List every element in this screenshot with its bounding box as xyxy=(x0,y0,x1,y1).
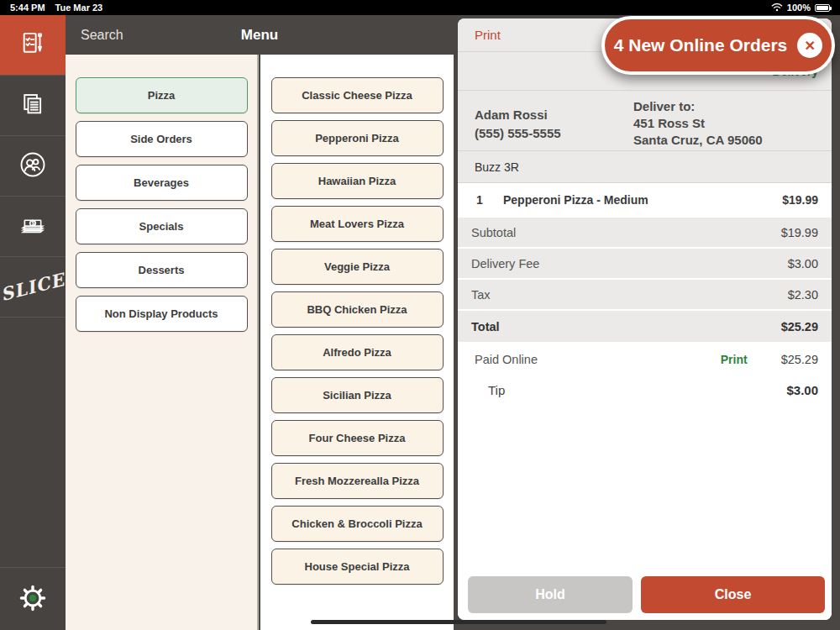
notification-text: 4 New Online Orders xyxy=(614,35,788,55)
menu-item-button-bbq-chicken-pizza[interactable]: BBQ Chicken Pizza xyxy=(271,291,444,328)
address-line1: 451 Ross St xyxy=(633,115,818,132)
menu-item-button-four-cheese-pizza[interactable]: Four Cheese Pizza xyxy=(271,420,444,456)
category-button-desserts[interactable]: Desserts xyxy=(76,252,248,288)
menu-item-button-chicken-broccoli-pizza[interactable]: Chicken & Broccoli Pizza xyxy=(271,506,444,542)
cash-icon: $ xyxy=(18,210,48,243)
svg-text:$: $ xyxy=(32,220,35,227)
menu-item-button-pepperoni-pizza[interactable]: Pepperoni Pizza xyxy=(271,120,444,156)
menu-item-button-veggie-pizza[interactable]: Veggie Pizza xyxy=(271,249,444,285)
status-bar: 5:44 PM Tue Mar 23 100% xyxy=(0,0,840,15)
item-name: Pepperoni Pizza - Medium xyxy=(503,193,782,207)
header-bar: Search Menu xyxy=(66,15,454,55)
deliver-to-label: Deliver to: xyxy=(633,98,818,115)
menu-item-button-classic-cheese-pizza[interactable]: Classic Cheese Pizza xyxy=(271,77,444,113)
category-button-pizza[interactable]: Pizza xyxy=(76,77,248,113)
order-actions-row: Hold Close xyxy=(458,576,832,620)
sidebar-item-new-order[interactable] xyxy=(0,15,66,76)
battery-percent: 100% xyxy=(787,3,811,13)
menu-item-button-hawaiian-pizza[interactable]: Hawaiian Pizza xyxy=(271,163,444,199)
total-row-label: Subtotal xyxy=(471,226,516,239)
pos-app-screen: 5:44 PM Tue Mar 23 100% xyxy=(0,0,840,630)
customer-phone: (555) 555-5555 xyxy=(475,124,633,143)
paid-online-amount: $25.29 xyxy=(781,353,818,366)
item-quantity: 1 xyxy=(476,193,503,207)
paid-print-link[interactable]: Print xyxy=(721,353,748,366)
menu-item-button-meat-lovers-pizza[interactable]: Meat Lovers Pizza xyxy=(271,206,444,242)
delivery-note-row: Buzz 3R xyxy=(458,151,832,183)
order-card-spacer xyxy=(458,406,832,576)
total-row-value: $2.30 xyxy=(788,288,818,302)
home-indicator[interactable] xyxy=(311,620,606,624)
status-date: Tue Mar 23 xyxy=(55,3,103,13)
total-row-label: Total xyxy=(471,320,500,333)
total-row-value: $25.29 xyxy=(781,320,818,333)
tip-amount: $3.00 xyxy=(786,383,818,397)
sidebar-item-cash[interactable]: $ xyxy=(0,197,66,257)
wifi-icon xyxy=(771,3,783,13)
tip-label: Tip xyxy=(488,383,786,397)
category-button-side-orders[interactable]: Side Orders xyxy=(76,121,248,157)
sidebar: $ SLICE xyxy=(0,15,66,630)
paid-online-label: Paid Online xyxy=(475,353,721,366)
sidebar-logo-slice: SLICE xyxy=(0,257,66,318)
category-button-beverages[interactable]: Beverages xyxy=(76,165,248,201)
paid-online-row: Paid Online Print $25.29 xyxy=(458,344,832,375)
online-orders-notification[interactable]: 4 New Online Orders ✕ xyxy=(601,16,835,75)
order-item-row[interactable]: 1 Pepperoni Pizza - Medium $19.99 xyxy=(458,183,832,216)
customer-name: Adam Rossi xyxy=(475,106,633,124)
menu-item-button-alfredo-pizza[interactable]: Alfredo Pizza xyxy=(271,334,444,370)
total-row-total: Total$25.29 xyxy=(458,311,832,342)
sidebar-spacer xyxy=(0,318,66,567)
total-row-delivery-fee: Delivery Fee$3.00 xyxy=(458,249,832,278)
total-row-value: $19.99 xyxy=(781,226,818,239)
menu-item-button-sicilian-pizza[interactable]: Sicilian Pizza xyxy=(271,377,444,413)
delivery-note: Buzz 3R xyxy=(475,160,519,174)
order-edit-icon xyxy=(18,29,47,60)
address-line2: Santa Cruz, CA 95060 xyxy=(633,132,818,149)
order-card: Print Delivery Adam Rossi (555) 555-5555… xyxy=(458,18,832,620)
total-row-label: Delivery Fee xyxy=(471,257,539,270)
category-button-specials[interactable]: Specials xyxy=(76,208,248,244)
slice-logo: SLICE xyxy=(0,269,67,305)
battery-icon xyxy=(815,4,830,12)
notification-close-button[interactable]: ✕ xyxy=(797,33,822,58)
customer-contact: Adam Rossi (555) 555-5555 xyxy=(475,98,633,150)
total-row-label: Tax xyxy=(471,288,491,302)
gear-icon xyxy=(16,581,50,617)
sidebar-item-customers[interactable] xyxy=(0,136,66,197)
page-title: Menu xyxy=(66,15,454,55)
totals-list: Subtotal$19.99Delivery Fee$3.00Tax$2.30T… xyxy=(458,218,832,344)
sidebar-item-orders[interactable] xyxy=(0,76,66,136)
category-button-non-display-products[interactable]: Non Display Products xyxy=(76,296,248,332)
total-row-subtotal: Subtotal$19.99 xyxy=(458,218,832,247)
hold-button[interactable]: Hold xyxy=(468,576,633,613)
category-list: PizzaSide OrdersBeveragesSpecialsDessert… xyxy=(66,55,259,630)
item-price: $19.99 xyxy=(782,193,818,207)
customers-icon xyxy=(18,150,48,182)
print-button[interactable]: Print xyxy=(458,28,501,42)
status-time: 5:44 PM xyxy=(10,3,45,13)
menu-item-button-house-special-pizza[interactable]: House Special Pizza xyxy=(271,549,444,585)
close-button[interactable]: Close xyxy=(641,576,825,613)
documents-icon xyxy=(18,90,47,121)
delivery-address: Deliver to: 451 Ross St Santa Cruz, CA 9… xyxy=(633,98,818,150)
menu-item-button-fresh-mozzerealla-pizza[interactable]: Fresh Mozzerealla Pizza xyxy=(271,463,444,499)
x-icon: ✕ xyxy=(805,38,816,54)
total-row-tax: Tax$2.30 xyxy=(458,280,832,309)
settings-gear-button[interactable] xyxy=(0,567,66,630)
customer-info-row: Adam Rossi (555) 555-5555 Deliver to: 45… xyxy=(458,91,832,151)
tip-row: Tip $3.00 xyxy=(458,375,832,406)
menu-item-list: Classic Cheese PizzaPepperoni PizzaHawai… xyxy=(260,55,454,630)
total-row-value: $3.00 xyxy=(788,257,818,270)
